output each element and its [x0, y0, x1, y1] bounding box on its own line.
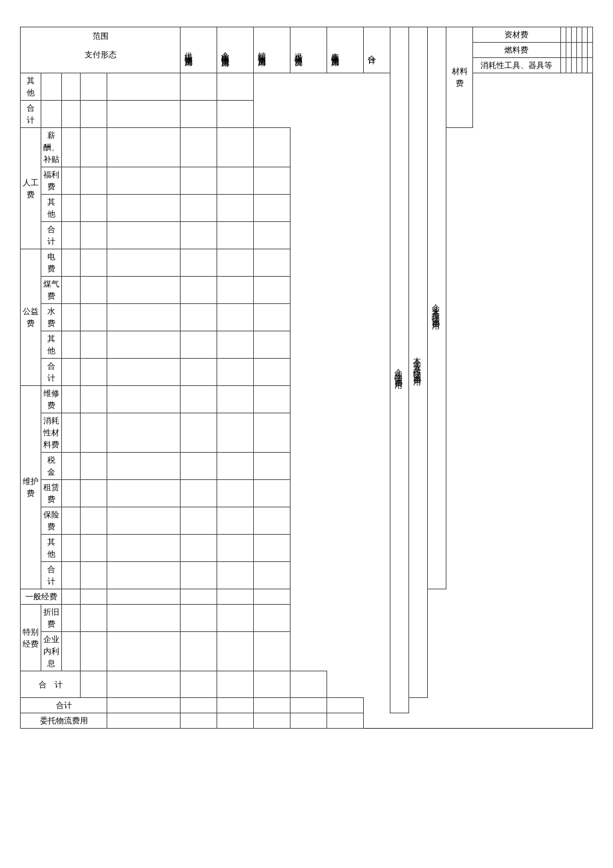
row-yibanfeiyong: 一般经费 — [21, 589, 593, 605]
cell-weihufei: 维护费 — [21, 386, 41, 589]
label-zhifuxingtai: 支付形态 — [23, 49, 177, 61]
row-cailiao-heji: 合 计 — [21, 101, 593, 128]
page: 范围 支付形态 供应物流费用 企业内物流费用 销售物流费用 退货物流费 废弃物流… — [20, 27, 593, 729]
row-shuifei: 水 费 — [21, 304, 593, 331]
cell-benyezhifuwuliu: 本企业支付物流费用 — [409, 27, 428, 698]
cell-weihu-heji: 合 计 — [41, 562, 62, 589]
cell-weixiufei: 维修费 — [41, 386, 62, 413]
cell-ranliaofei: 燃料费 — [473, 43, 561, 58]
header-tuihuowuliu: 退货物流费 — [291, 27, 327, 73]
cell-qiyebenshenwuliu: 企业本身物流费用 — [428, 27, 446, 589]
cell-xinchounbutie: 薪酬、补贴 — [41, 128, 62, 167]
main-table: 范围 支付形态 供应物流费用 企业内物流费用 销售物流费用 退货物流费 废弃物流… — [20, 27, 593, 729]
cell-rengong-qita: 其 他 — [41, 195, 62, 222]
cell-tebiefei: 特别经费 — [21, 605, 41, 671]
cell-zulinefei: 租赁费 — [41, 480, 62, 507]
row-gongyi-qita: 其 他 — [21, 331, 593, 359]
cell-tebie-heji: 合 计 — [21, 671, 81, 698]
row-meiqi: 煤气费 — [21, 277, 593, 304]
cell-gongyifei: 公益费 — [21, 249, 41, 386]
row-xiaohaocailiao: 消耗性材料费 — [21, 413, 593, 453]
header-xiaoshouwuliu: 销售物流费用 — [254, 27, 291, 73]
row-fulifei: 福利费 — [21, 167, 593, 195]
row-baoxianfei: 保险费 — [21, 507, 593, 535]
cell-qiyewuliufeiyong: 企业物流费用 — [390, 27, 409, 713]
cell-baoxianfei: 保险费 — [41, 507, 62, 535]
row-weituo: 委托物流费用 — [21, 713, 593, 729]
cell-dianfei: 电 费 — [41, 249, 62, 277]
val3 — [571, 27, 576, 43]
cell-rengongfei: 人工费 — [21, 128, 41, 249]
header-gongyingwuliu: 供应物流费用 — [181, 27, 217, 73]
row-tebie-heji: 合 计 — [21, 671, 593, 698]
cell-cailiaofei: 材料费 — [446, 27, 473, 128]
cell-weihu-qita: 其 他 — [41, 535, 62, 562]
cell-gongyi-heji: 合 计 — [41, 359, 62, 386]
cell-cailiao-heji: 合 计 — [21, 101, 41, 128]
row-zhejiu: 特别经费 折旧费 — [21, 605, 593, 632]
row-dianfei: 公益费 电 费 — [21, 249, 593, 277]
cell-shuijin: 税 金 — [41, 453, 62, 480]
val4 — [576, 27, 582, 43]
row-weixiufei: 维护费 维修费 — [21, 386, 593, 413]
cell-qiyelixi: 企业内利息 — [41, 632, 62, 671]
row-xinchounbutie: 人工费 薪酬、补贴 — [21, 128, 593, 167]
cell-level2-heji: 合计 — [21, 698, 107, 713]
row-gongyi-heji: 合 计 — [21, 359, 593, 386]
cell-zicaifei: 资材费 — [473, 27, 561, 43]
val2 — [566, 27, 571, 43]
cell-rengong-heji: 合 计 — [41, 222, 62, 249]
val1 — [560, 27, 566, 43]
header-feiqiwuliu: 废弃物流费用 — [327, 27, 364, 73]
cell-xiaohaocailiao: 消耗性材料费 — [41, 413, 62, 453]
cell-cailiao-qita: 其 他 — [21, 73, 41, 101]
cell-xiaohaoqiju: 消耗性工具、器具等 — [473, 58, 561, 73]
label-fanwei: 范围 — [23, 30, 177, 42]
cell-fulifei: 福利费 — [41, 167, 62, 195]
cell-yibanfeiyong: 一般经费 — [21, 589, 62, 605]
row-weihu-heji: 合 计 — [21, 562, 593, 589]
row-shuijin: 税 金 — [21, 453, 593, 480]
val5 — [582, 27, 587, 43]
cell-gongyi-qita: 其 他 — [41, 331, 62, 359]
header-qiyeneiwuliu: 企业内物流费用 — [217, 27, 254, 73]
cell-zhejiu: 折旧费 — [41, 605, 62, 632]
row-weihu-qita: 其 他 — [21, 535, 593, 562]
val6 — [587, 27, 592, 43]
cell-weituo: 委托物流费用 — [21, 713, 107, 729]
cell-shuifei: 水 费 — [41, 304, 62, 331]
row-rengong-heji: 合 计 — [21, 222, 593, 249]
row-qiyelixi: 企业内利息 — [21, 632, 593, 671]
header-heji: 合计 — [364, 27, 390, 73]
row-rengong-qita: 其 他 — [21, 195, 593, 222]
row-cailiao-qita: 其 他 — [21, 73, 593, 101]
row-zulinefei: 租赁费 — [21, 480, 593, 507]
row-level2-heji: 合计 — [21, 698, 593, 713]
cell-meiqi: 煤气费 — [41, 277, 62, 304]
